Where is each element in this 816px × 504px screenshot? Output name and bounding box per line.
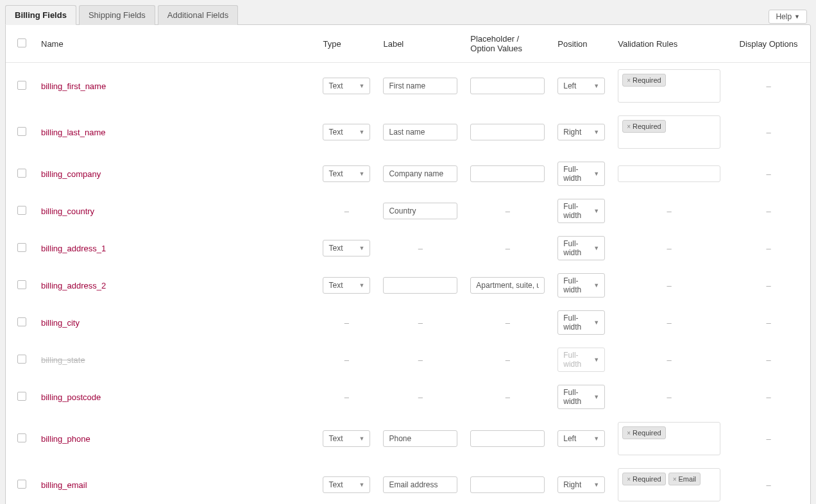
field-name-link[interactable]: billing_address_2 — [41, 281, 106, 290]
empty-dash: – — [618, 281, 720, 290]
text-input[interactable] — [383, 277, 457, 294]
row-checkbox[interactable] — [17, 355, 26, 364]
validation-tagbox[interactable]: ×Required×Email — [618, 468, 720, 501]
tag-required[interactable]: ×Required — [622, 120, 665, 133]
tab-billing-fields[interactable]: Billing Fields — [5, 5, 76, 25]
chevron-down-icon: ▼ — [593, 245, 599, 251]
empty-dash: – — [733, 392, 804, 402]
select[interactable]: Full-width▼ — [557, 162, 605, 186]
field-name-link[interactable]: billing_city — [41, 318, 80, 328]
text-input[interactable] — [383, 203, 457, 219]
remove-tag-icon[interactable]: × — [627, 76, 631, 85]
select[interactable]: Full-width▼ — [557, 273, 605, 298]
text-input[interactable] — [383, 124, 457, 140]
tag-required[interactable]: ×Required — [622, 74, 665, 87]
empty-dash: – — [618, 318, 720, 328]
row-checkbox[interactable] — [17, 169, 26, 178]
empty-dash: – — [733, 355, 804, 365]
field-name-link[interactable]: billing_email — [41, 480, 87, 490]
text-input[interactable] — [470, 430, 545, 447]
select-all-checkbox[interactable] — [17, 38, 26, 47]
remove-tag-icon[interactable]: × — [627, 429, 631, 437]
select[interactable]: Left▼ — [557, 430, 605, 447]
tag-required[interactable]: ×Required — [622, 473, 665, 485]
remove-tag-icon[interactable]: × — [627, 475, 631, 483]
select[interactable]: Full-width▼ — [557, 385, 605, 409]
row-checkbox[interactable] — [17, 127, 26, 136]
table-row: billing_state–––Full-width▼–– — [6, 341, 810, 378]
select[interactable]: Text▼ — [323, 476, 370, 493]
text-input[interactable] — [470, 124, 545, 140]
text-input[interactable] — [470, 78, 545, 94]
text-input[interactable] — [383, 476, 457, 493]
chevron-down-icon: ▼ — [359, 83, 365, 89]
text-input[interactable] — [383, 430, 457, 447]
empty-dash: – — [470, 318, 545, 328]
help-button[interactable]: Help ▼ — [769, 10, 807, 24]
col-display: Display Options — [727, 25, 810, 63]
table-row: billing_phoneText▼Left▼×Required– — [6, 416, 810, 462]
row-checkbox[interactable] — [17, 480, 26, 489]
remove-tag-icon[interactable]: × — [627, 122, 631, 131]
field-name-link[interactable]: billing_company — [41, 169, 101, 179]
text-input[interactable] — [383, 78, 457, 94]
select[interactable]: Full-width▼ — [557, 310, 605, 335]
validation-tagbox[interactable]: ×Required — [618, 69, 720, 103]
chevron-down-icon: ▼ — [593, 208, 599, 214]
tag-email[interactable]: ×Email — [668, 473, 701, 485]
field-name-link[interactable]: billing_postcode — [41, 392, 101, 402]
field-name-link[interactable]: billing_address_1 — [41, 244, 106, 253]
row-checkbox[interactable] — [17, 81, 26, 90]
col-label: Label — [377, 25, 464, 63]
chevron-down-icon: ▼ — [593, 83, 599, 89]
chevron-down-icon: ▼ — [359, 282, 365, 289]
row-checkbox[interactable] — [17, 433, 26, 442]
select[interactable]: Text▼ — [323, 240, 370, 256]
chevron-down-icon: ▼ — [593, 129, 599, 135]
remove-tag-icon[interactable]: × — [673, 475, 677, 483]
table-row: billing_address_1Text▼––Full-width▼–– — [6, 230, 810, 267]
text-input[interactable] — [470, 476, 545, 493]
table-row: billing_country––Full-width▼–– — [6, 192, 810, 230]
table-row: billing_first_nameText▼Left▼×Required– — [6, 63, 810, 110]
tab-additional-fields[interactable]: Additional Fields — [158, 5, 238, 25]
text-input[interactable] — [470, 277, 545, 294]
field-name-link[interactable]: billing_phone — [41, 434, 90, 444]
row-checkbox[interactable] — [17, 392, 26, 401]
tag-required[interactable]: ×Required — [622, 426, 665, 439]
select[interactable]: Text▼ — [323, 277, 370, 294]
select[interactable]: Right▼ — [557, 476, 605, 493]
validation-tagbox[interactable]: ×Required — [618, 115, 720, 149]
empty-dash: – — [618, 392, 720, 402]
field-name-link[interactable]: billing_first_name — [41, 81, 106, 91]
select[interactable]: Right▼ — [557, 124, 605, 140]
chevron-down-icon: ▼ — [593, 319, 599, 326]
validation-tagbox[interactable]: ×Required — [618, 422, 720, 455]
table-row: billing_last_nameText▼Right▼×Required– — [6, 109, 810, 155]
select[interactable]: Text▼ — [323, 430, 370, 447]
chevron-down-icon: ▼ — [359, 245, 365, 251]
chevron-down-icon: ▼ — [593, 357, 599, 363]
col-type: Type — [316, 25, 377, 63]
field-name-link: billing_state — [41, 355, 85, 365]
tab-shipping-fields[interactable]: Shipping Fields — [79, 5, 155, 25]
col-name: Name — [35, 25, 316, 63]
select[interactable]: Text▼ — [323, 165, 370, 182]
select[interactable]: Full-width▼ — [557, 236, 605, 260]
select[interactable]: Left▼ — [557, 78, 605, 94]
row-checkbox[interactable] — [17, 280, 26, 289]
select[interactable]: Text▼ — [323, 124, 370, 140]
select[interactable]: Full-width▼ — [557, 199, 605, 223]
empty-dash: – — [618, 206, 720, 216]
select[interactable]: Text▼ — [323, 78, 370, 94]
row-checkbox[interactable] — [17, 243, 26, 252]
empty-dash: – — [470, 244, 545, 253]
field-name-link[interactable]: billing_last_name — [41, 128, 105, 137]
row-checkbox[interactable] — [17, 317, 26, 326]
empty-dash: – — [733, 206, 804, 216]
text-input[interactable] — [383, 165, 457, 182]
text-input[interactable] — [470, 165, 545, 182]
row-checkbox[interactable] — [17, 206, 26, 215]
validation-tagbox[interactable] — [618, 165, 720, 182]
field-name-link[interactable]: billing_country — [41, 206, 94, 216]
